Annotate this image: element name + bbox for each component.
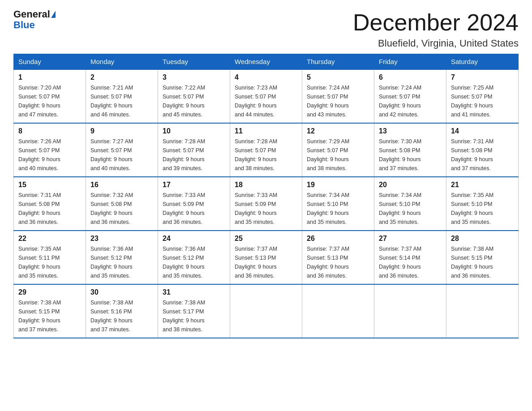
day-cell-8: 8Sunrise: 7:26 AMSunset: 5:07 PMDaylight… xyxy=(14,123,86,177)
day-info: Sunrise: 7:28 AMSunset: 5:07 PMDaylight:… xyxy=(163,137,225,173)
day-number: 9 xyxy=(90,127,153,135)
day-number: 31 xyxy=(163,288,225,296)
day-number: 26 xyxy=(307,235,369,243)
day-number: 7 xyxy=(451,73,514,81)
day-info: Sunrise: 7:38 AMSunset: 5:15 PMDaylight:… xyxy=(451,244,514,280)
day-info: Sunrise: 7:23 AMSunset: 5:07 PMDaylight:… xyxy=(235,83,297,119)
day-cell-16: 16Sunrise: 7:32 AMSunset: 5:08 PMDayligh… xyxy=(86,177,158,231)
col-header-thursday: Thursday xyxy=(302,54,374,70)
day-info: Sunrise: 7:38 AMSunset: 5:15 PMDaylight:… xyxy=(18,298,81,334)
day-cell-9: 9Sunrise: 7:27 AMSunset: 5:07 PMDaylight… xyxy=(86,123,158,177)
day-number: 1 xyxy=(18,73,81,81)
calendar-table: SundayMondayTuesdayWednesdayThursdayFrid… xyxy=(13,54,519,338)
page-header: General Blue December 2024 Bluefield, Vi… xyxy=(13,9,519,49)
day-number: 14 xyxy=(451,127,514,135)
day-cell-7: 7Sunrise: 7:25 AMSunset: 5:07 PMDaylight… xyxy=(446,69,519,123)
day-info: Sunrise: 7:38 AMSunset: 5:16 PMDaylight:… xyxy=(90,298,153,334)
week-row-4: 22Sunrise: 7:35 AMSunset: 5:11 PMDayligh… xyxy=(14,231,519,284)
col-header-monday: Monday xyxy=(86,54,158,70)
day-cell-12: 12Sunrise: 7:29 AMSunset: 5:07 PMDayligh… xyxy=(302,123,374,177)
week-row-5: 29Sunrise: 7:38 AMSunset: 5:15 PMDayligh… xyxy=(14,284,519,338)
day-number: 10 xyxy=(163,127,225,135)
week-row-2: 8Sunrise: 7:26 AMSunset: 5:07 PMDaylight… xyxy=(14,123,519,177)
day-cell-18: 18Sunrise: 7:33 AMSunset: 5:09 PMDayligh… xyxy=(230,177,302,231)
day-cell-17: 17Sunrise: 7:33 AMSunset: 5:09 PMDayligh… xyxy=(158,177,230,231)
day-info: Sunrise: 7:25 AMSunset: 5:07 PMDaylight:… xyxy=(451,83,514,119)
day-info: Sunrise: 7:34 AMSunset: 5:10 PMDaylight:… xyxy=(307,191,369,227)
day-cell-28: 28Sunrise: 7:38 AMSunset: 5:15 PMDayligh… xyxy=(446,231,519,284)
day-cell-31: 31Sunrise: 7:38 AMSunset: 5:17 PMDayligh… xyxy=(158,284,230,338)
day-cell-1: 1Sunrise: 7:20 AMSunset: 5:07 PMDaylight… xyxy=(14,69,86,123)
day-number: 21 xyxy=(451,181,514,189)
empty-cell xyxy=(374,284,446,338)
day-cell-22: 22Sunrise: 7:35 AMSunset: 5:11 PMDayligh… xyxy=(14,231,86,284)
day-number: 6 xyxy=(379,73,442,81)
day-number: 30 xyxy=(90,288,153,296)
day-info: Sunrise: 7:24 AMSunset: 5:07 PMDaylight:… xyxy=(379,83,442,119)
day-info: Sunrise: 7:37 AMSunset: 5:14 PMDaylight:… xyxy=(379,244,442,280)
day-info: Sunrise: 7:21 AMSunset: 5:07 PMDaylight:… xyxy=(90,83,153,119)
title-block: December 2024 Bluefield, Virginia, Unite… xyxy=(353,9,519,49)
day-cell-14: 14Sunrise: 7:31 AMSunset: 5:08 PMDayligh… xyxy=(446,123,519,177)
day-number: 15 xyxy=(18,181,81,189)
empty-cell xyxy=(446,284,519,338)
day-cell-20: 20Sunrise: 7:34 AMSunset: 5:10 PMDayligh… xyxy=(374,177,446,231)
day-info: Sunrise: 7:24 AMSunset: 5:07 PMDaylight:… xyxy=(307,83,369,119)
day-cell-27: 27Sunrise: 7:37 AMSunset: 5:14 PMDayligh… xyxy=(374,231,446,284)
day-info: Sunrise: 7:36 AMSunset: 5:12 PMDaylight:… xyxy=(163,244,225,280)
col-header-saturday: Saturday xyxy=(446,54,519,70)
day-info: Sunrise: 7:32 AMSunset: 5:08 PMDaylight:… xyxy=(90,191,153,227)
day-number: 16 xyxy=(90,181,153,189)
day-info: Sunrise: 7:37 AMSunset: 5:13 PMDaylight:… xyxy=(235,244,297,280)
day-cell-6: 6Sunrise: 7:24 AMSunset: 5:07 PMDaylight… xyxy=(374,69,446,123)
day-number: 3 xyxy=(163,73,225,81)
day-cell-23: 23Sunrise: 7:36 AMSunset: 5:12 PMDayligh… xyxy=(86,231,158,284)
calendar-body: 1Sunrise: 7:20 AMSunset: 5:07 PMDaylight… xyxy=(14,69,519,338)
day-number: 13 xyxy=(379,127,442,135)
day-info: Sunrise: 7:28 AMSunset: 5:07 PMDaylight:… xyxy=(235,137,297,173)
day-number: 17 xyxy=(163,181,225,189)
empty-cell xyxy=(230,284,302,338)
day-number: 22 xyxy=(18,235,81,243)
day-number: 5 xyxy=(307,73,369,81)
day-cell-24: 24Sunrise: 7:36 AMSunset: 5:12 PMDayligh… xyxy=(158,231,230,284)
day-number: 2 xyxy=(90,73,153,81)
day-cell-3: 3Sunrise: 7:22 AMSunset: 5:07 PMDaylight… xyxy=(158,69,230,123)
calendar-header: SundayMondayTuesdayWednesdayThursdayFrid… xyxy=(14,54,519,70)
empty-cell xyxy=(302,284,374,338)
day-number: 23 xyxy=(90,235,153,243)
day-info: Sunrise: 7:35 AMSunset: 5:11 PMDaylight:… xyxy=(18,244,81,280)
day-info: Sunrise: 7:29 AMSunset: 5:07 PMDaylight:… xyxy=(307,137,369,173)
day-info: Sunrise: 7:38 AMSunset: 5:17 PMDaylight:… xyxy=(163,298,225,334)
day-cell-4: 4Sunrise: 7:23 AMSunset: 5:07 PMDaylight… xyxy=(230,69,302,123)
day-info: Sunrise: 7:33 AMSunset: 5:09 PMDaylight:… xyxy=(163,191,225,227)
day-cell-11: 11Sunrise: 7:28 AMSunset: 5:07 PMDayligh… xyxy=(230,123,302,177)
day-number: 29 xyxy=(18,288,81,296)
day-cell-5: 5Sunrise: 7:24 AMSunset: 5:07 PMDaylight… xyxy=(302,69,374,123)
day-cell-29: 29Sunrise: 7:38 AMSunset: 5:15 PMDayligh… xyxy=(14,284,86,338)
day-number: 28 xyxy=(451,235,514,243)
col-header-friday: Friday xyxy=(374,54,446,70)
day-info: Sunrise: 7:34 AMSunset: 5:10 PMDaylight:… xyxy=(379,191,442,227)
day-info: Sunrise: 7:26 AMSunset: 5:07 PMDaylight:… xyxy=(18,137,81,173)
week-row-1: 1Sunrise: 7:20 AMSunset: 5:07 PMDaylight… xyxy=(14,69,519,123)
day-cell-13: 13Sunrise: 7:30 AMSunset: 5:08 PMDayligh… xyxy=(374,123,446,177)
day-number: 27 xyxy=(379,235,442,243)
col-header-tuesday: Tuesday xyxy=(158,54,230,70)
day-cell-21: 21Sunrise: 7:35 AMSunset: 5:10 PMDayligh… xyxy=(446,177,519,231)
day-info: Sunrise: 7:22 AMSunset: 5:07 PMDaylight:… xyxy=(163,83,225,119)
header-row: SundayMondayTuesdayWednesdayThursdayFrid… xyxy=(14,54,519,70)
calendar-subtitle: Bluefield, Virginia, United States xyxy=(353,38,519,49)
day-number: 18 xyxy=(235,181,297,189)
day-info: Sunrise: 7:27 AMSunset: 5:07 PMDaylight:… xyxy=(90,137,153,173)
day-cell-30: 30Sunrise: 7:38 AMSunset: 5:16 PMDayligh… xyxy=(86,284,158,338)
day-info: Sunrise: 7:31 AMSunset: 5:08 PMDaylight:… xyxy=(18,191,81,227)
logo-triangle-icon xyxy=(51,11,56,18)
col-header-wednesday: Wednesday xyxy=(230,54,302,70)
day-cell-10: 10Sunrise: 7:28 AMSunset: 5:07 PMDayligh… xyxy=(158,123,230,177)
day-number: 11 xyxy=(235,127,297,135)
col-header-sunday: Sunday xyxy=(14,54,86,70)
week-row-3: 15Sunrise: 7:31 AMSunset: 5:08 PMDayligh… xyxy=(14,177,519,231)
logo-general-text: General xyxy=(13,9,50,20)
day-info: Sunrise: 7:37 AMSunset: 5:13 PMDaylight:… xyxy=(307,244,369,280)
